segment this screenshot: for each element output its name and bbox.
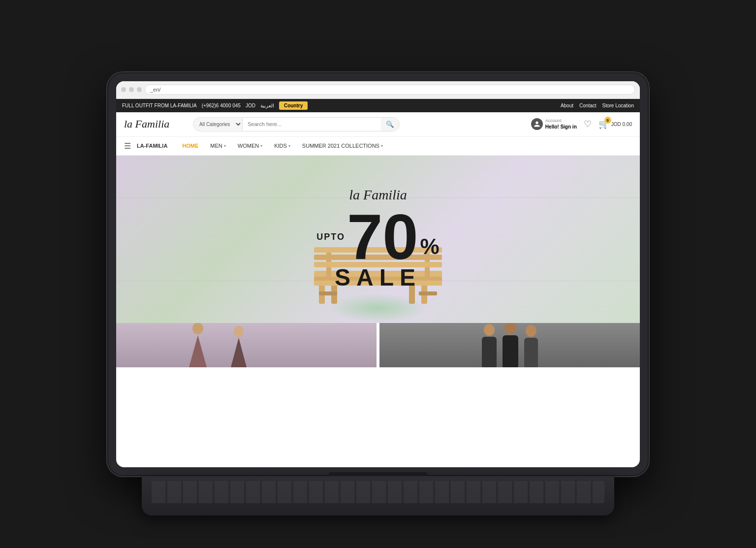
svg-rect-5 <box>419 291 437 295</box>
man-head-1 <box>484 324 495 336</box>
man-3 <box>524 325 538 367</box>
men-tile-bg <box>379 323 640 367</box>
announcement-left: FULL OUTFIT FROM LA-FAMILIA (+962)6 4000… <box>122 101 308 110</box>
account-greeting: Hello! Sign in <box>545 124 577 130</box>
head-1 <box>192 323 203 334</box>
arabic-label: العربية <box>260 103 274 108</box>
hero-upto-label: UPTO <box>316 232 345 242</box>
hero-banner: la Familia UPTO 70 % SALE <box>116 156 640 323</box>
hero-sale-label: SALE <box>316 264 439 291</box>
nav-item-women[interactable]: WOMEN ▾ <box>233 136 267 155</box>
man-2 <box>503 323 518 367</box>
men-product-tile[interactable] <box>379 323 640 367</box>
figure-2 <box>231 326 247 367</box>
account-label: Account <box>545 118 577 124</box>
hamburger-menu-icon[interactable]: ☰ <box>124 141 131 151</box>
account-icon <box>531 118 543 130</box>
browser-chrome: _en/ <box>116 81 640 99</box>
tablet-frame: _en/ FULL OUTFIT FROM LA-FAMILIA (+962)6… <box>107 72 649 476</box>
svg-rect-4 <box>319 291 337 295</box>
man-body-3 <box>524 338 538 367</box>
phone-number: (+962)6 4000 045 <box>202 103 241 108</box>
hero-percent-sign: % <box>420 234 440 259</box>
nav-kids-label: KIDS <box>274 143 287 149</box>
country-button[interactable]: Country <box>279 101 308 110</box>
man-head-3 <box>526 325 536 337</box>
cart-badge: 0 <box>604 117 611 124</box>
keyboard-hinge <box>329 472 427 476</box>
man-body-1 <box>482 337 497 367</box>
man-head-2 <box>504 323 516 334</box>
keyboard-base <box>142 476 614 516</box>
figure-1 <box>189 323 207 367</box>
search-category-select[interactable]: All Categories <box>193 118 243 130</box>
navigation-bar: ☰ LA-FAMILIA HOME MEN ▾ WOMEN ▾ KIDS ▾ S… <box>116 137 640 156</box>
chevron-down-icon-summer: ▾ <box>381 144 383 148</box>
chevron-down-icon-women: ▾ <box>260 144 262 148</box>
nav-item-kids[interactable]: KIDS ▾ <box>269 136 295 155</box>
body-2 <box>231 338 247 367</box>
site-header: la Familia All Categories 🔍 <box>116 112 640 137</box>
cart-price: JOD 0.00 <box>611 122 632 127</box>
search-bar: All Categories 🔍 <box>193 117 400 131</box>
browser-url-bar[interactable]: _en/ <box>145 85 635 95</box>
account-text: Account Hello! Sign in <box>545 118 577 130</box>
nav-summer-label: SUMMER 2021 COLLECTIONS <box>302 143 379 149</box>
store-location-link[interactable]: Store Location <box>602 103 634 108</box>
product-strip <box>116 323 640 367</box>
men-figures <box>379 323 640 367</box>
announcement-bar: FULL OUTFIT FROM LA-FAMILIA (+962)6 4000… <box>116 99 640 112</box>
browser-dot-3 <box>137 87 142 92</box>
site-logo[interactable]: la Familia <box>124 118 188 130</box>
head-2 <box>234 326 244 337</box>
nav-women-label: WOMEN <box>238 143 259 149</box>
women-product-tile[interactable] <box>116 323 379 367</box>
account-section[interactable]: Account Hello! Sign in <box>531 118 577 130</box>
device-wrapper: _en/ FULL OUTFIT FROM LA-FAMILIA (+962)6… <box>107 72 649 476</box>
wishlist-button[interactable]: ♡ <box>584 119 592 129</box>
browser-dot-2 <box>129 87 134 92</box>
search-icon: 🔍 <box>386 121 394 128</box>
man-body-2 <box>503 335 518 367</box>
women-tile-bg <box>116 323 377 367</box>
hero-text-content: la Familia UPTO 70 % SALE <box>316 187 439 291</box>
hero-percent-number: 70 <box>347 205 418 269</box>
search-input[interactable] <box>243 118 381 130</box>
about-link[interactable]: About <box>561 103 573 108</box>
body-1 <box>189 335 207 367</box>
announcement-right: About Contact Store Location <box>561 103 634 108</box>
nav-item-men[interactable]: MEN ▾ <box>205 136 230 155</box>
browser-dot-1 <box>121 87 126 92</box>
chevron-down-icon: ▾ <box>224 144 226 148</box>
cart-icon: 🛒 0 <box>598 119 609 129</box>
man-1 <box>482 324 497 367</box>
chevron-down-icon-kids: ▾ <box>288 144 290 148</box>
cart-button[interactable]: 🛒 0 JOD 0.00 <box>598 119 632 129</box>
heart-icon: ♡ <box>584 119 592 129</box>
currency-label: JOD <box>246 103 255 108</box>
search-button[interactable]: 🔍 <box>381 118 399 131</box>
contact-link[interactable]: Contact <box>579 103 596 108</box>
women-figures <box>116 323 377 367</box>
header-actions: Account Hello! Sign in ♡ 🛒 0 JOD 0.00 <box>531 118 632 130</box>
nav-item-summer[interactable]: SUMMER 2021 COLLECTIONS ▾ <box>297 136 388 155</box>
nav-men-label: MEN <box>210 143 222 149</box>
promo-text: FULL OUTFIT FROM LA-FAMILIA <box>122 103 197 108</box>
screen: _en/ FULL OUTFIT FROM LA-FAMILIA (+962)6… <box>116 81 640 467</box>
keyboard-keys <box>152 481 604 503</box>
nav-brand-label: LA-FAMILIA <box>137 143 167 149</box>
nav-item-home[interactable]: HOME <box>177 136 203 155</box>
